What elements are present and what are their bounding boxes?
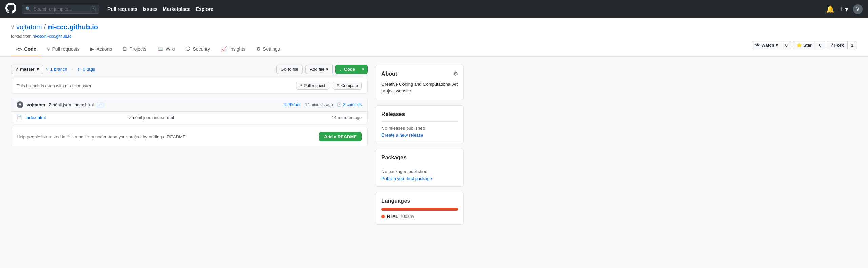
tab-wiki[interactable]: 📖 Wiki <box>152 43 180 56</box>
language-bar <box>381 208 458 211</box>
file-commit-msg: Změnil jsem index.html <box>129 115 328 120</box>
history-icon: 🕐 <box>337 102 342 107</box>
file-icon: 📄 <box>17 115 22 120</box>
language-item: HTML 100.0% <box>381 214 458 219</box>
search-input[interactable] <box>34 6 88 12</box>
commit-count[interactable]: 🕐 2 commits <box>337 102 362 107</box>
code-button-group: ↓ Code ▾ <box>335 65 368 74</box>
commit-message: Změnil jsem index.html <box>48 102 94 107</box>
compare-link[interactable]: ⊞ Compare <box>333 82 362 90</box>
readme-suggestion: Help people interested in this repositor… <box>11 127 368 146</box>
no-packages-text: No packages published <box>381 169 458 174</box>
code-caret-button[interactable]: ▾ <box>359 65 368 74</box>
branch-selector[interactable]: ⑂ master ▾ <box>11 65 43 74</box>
search-box[interactable]: 🔍 / <box>22 5 99 14</box>
branch-count-link[interactable]: ⑂ 1 branch <box>46 67 67 72</box>
nav-links: Pull requests Issues Marketplace Explore <box>107 6 213 12</box>
pr-icon: ⑂ <box>300 83 302 88</box>
tab-projects[interactable]: ⊟ Projects <box>117 43 152 56</box>
add-file-button[interactable]: Add file ▾ <box>305 65 333 74</box>
add-menu-icon[interactable]: + ▾ <box>839 5 848 13</box>
tag-count-num: 0 <box>83 67 85 72</box>
star-count[interactable]: 0 <box>815 41 825 49</box>
fork-source-link[interactable]: ni-ccc/ni-ccc.github.io <box>33 34 72 39</box>
repo-header: ⑂ vojtatom / ni-ccc.github.io forked fro… <box>0 18 868 57</box>
watch-count[interactable]: 0 <box>782 41 791 49</box>
branch-info-box: This branch is even with ni-ccc:master. … <box>11 78 368 94</box>
file-time: 14 minutes ago <box>332 115 362 120</box>
projects-tab-icon: ⊟ <box>123 46 127 52</box>
languages-title: Languages <box>381 198 458 204</box>
watch-caret: ▾ <box>776 43 778 48</box>
branch-right-actions: Go to file Add file ▾ ↓ Code ▾ <box>276 65 368 74</box>
branch-info-actions: ⑂ Pull request ⊞ Compare <box>296 82 362 90</box>
tab-insights[interactable]: 📈 Insights <box>215 43 251 56</box>
about-title: About <box>381 71 397 77</box>
commit-meta: 43954d5 14 minutes ago 🕐 2 commits <box>284 102 362 107</box>
notification-icon[interactable]: 🔔 <box>826 5 834 13</box>
branch-selector-icon: ⑂ <box>15 67 18 72</box>
readme-message: Help people interested in this repositor… <box>17 134 187 139</box>
html-lang-pct: 100.0% <box>400 214 414 219</box>
nav-explore[interactable]: Explore <box>196 6 213 12</box>
no-releases-text: No releases published <box>381 126 458 131</box>
settings-tab-icon: ⚙ <box>256 46 261 52</box>
branch-info-message: This branch is even with ni-ccc:master. <box>17 83 92 88</box>
tab-security[interactable]: 🛡 Security <box>180 43 215 56</box>
about-gear-icon[interactable]: ⚙ <box>453 70 458 77</box>
code-label: Code <box>344 67 355 72</box>
nav-marketplace[interactable]: Marketplace <box>163 6 191 12</box>
nav-pull-requests[interactable]: Pull requests <box>107 6 137 12</box>
watch-button[interactable]: 👁 Watch ▾ <box>752 41 782 49</box>
commit-author-name[interactable]: vojtatom <box>27 102 45 107</box>
go-to-file-button[interactable]: Go to file <box>276 65 303 74</box>
star-button[interactable]: ⭐ Star <box>793 41 815 49</box>
branch-selector-name: master <box>20 67 35 72</box>
tab-settings[interactable]: ⚙ Settings <box>251 43 285 56</box>
about-panel: About ⚙ Creative Coding and Computationa… <box>376 65 464 100</box>
insights-tab-icon: 📈 <box>221 46 227 52</box>
main-content: ⑂ master ▾ ⑂ 1 branch • 🏷 0 tags Go to f… <box>0 57 475 233</box>
code-download-icon: ↓ <box>340 67 342 72</box>
wiki-tab-icon: 📖 <box>157 46 164 52</box>
tab-actions[interactable]: ▶ Actions <box>85 43 117 56</box>
tag-icon: 🏷 <box>77 67 82 72</box>
forked-from: forked from ni-ccc/ni-ccc.github.io <box>11 34 857 39</box>
add-readme-button[interactable]: Add a README <box>319 132 362 141</box>
tab-pull-requests[interactable]: ⑂ Pull requests <box>42 43 85 56</box>
tab-code[interactable]: <> Code <box>11 43 42 56</box>
repo-separator: / <box>44 23 46 31</box>
branch-bar: ⑂ master ▾ ⑂ 1 branch • 🏷 0 tags Go to f… <box>11 65 368 74</box>
fork-button[interactable]: ⑂ Fork <box>827 41 848 49</box>
actions-tab-icon: ▶ <box>90 46 94 52</box>
html-lang-dot <box>381 215 385 218</box>
file-name-link[interactable]: index.html <box>26 115 125 120</box>
nav-issues[interactable]: Issues <box>143 6 158 12</box>
user-avatar[interactable]: V <box>853 4 863 14</box>
watch-icon: 👁 <box>755 43 760 48</box>
about-panel-header: About ⚙ <box>381 70 458 77</box>
content-right: About ⚙ Creative Coding and Computationa… <box>376 65 464 225</box>
packages-divider <box>381 165 458 165</box>
search-icon: 🔍 <box>25 6 31 12</box>
packages-title: Packages <box>381 154 458 161</box>
table-row: 📄 index.html Změnil jsem index.html 14 m… <box>11 112 367 123</box>
repo-tabs: <> Code ⑂ Pull requests ▶ Actions ⊟ Proj… <box>11 43 857 56</box>
releases-panel: Releases No releases published Create a … <box>376 105 464 143</box>
commit-hash-link[interactable]: 43954d5 <box>284 102 301 107</box>
repo-header-wrapper: ⑂ vojtatom / ni-ccc.github.io forked fro… <box>0 18 868 57</box>
releases-title: Releases <box>381 111 458 117</box>
tags-count-link[interactable]: 🏷 0 tags <box>77 67 95 72</box>
fork-count[interactable]: 1 <box>848 41 857 49</box>
repo-actions: 👁 Watch ▾ 0 ⭐ Star 0 ⑂ Fork 1 <box>752 41 857 49</box>
commit-badge[interactable]: ··· <box>97 102 103 107</box>
publish-package-link[interactable]: Publish your first package <box>381 176 432 181</box>
repo-owner-link[interactable]: vojtatom <box>16 23 42 31</box>
add-file-caret: ▾ <box>326 67 328 72</box>
branch-count-icon: ⑂ <box>46 67 49 72</box>
code-button[interactable]: ↓ Code <box>335 65 359 74</box>
repo-name-link[interactable]: ni-ccc.github.io <box>48 23 98 31</box>
create-release-link[interactable]: Create a new release <box>381 132 423 138</box>
github-logo[interactable] <box>5 3 16 16</box>
pull-request-link[interactable]: ⑂ Pull request <box>296 82 329 90</box>
